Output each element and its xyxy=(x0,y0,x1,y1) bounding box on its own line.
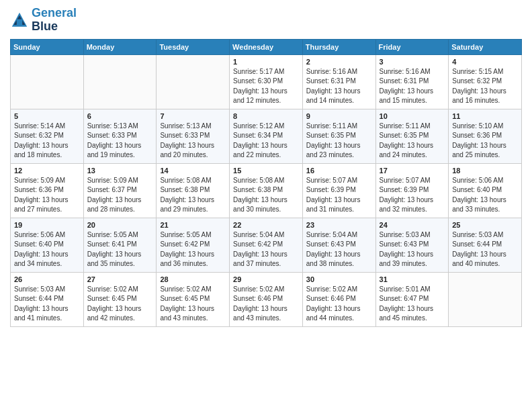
calendar-cell: 23Sunrise: 5:04 AMSunset: 6:43 PMDayligh… xyxy=(302,218,375,272)
day-number: 28 xyxy=(160,275,226,283)
day-number: 26 xyxy=(14,275,80,283)
day-info: Sunrise: 5:16 AMSunset: 6:31 PMDaylight:… xyxy=(306,67,372,106)
day-info: Sunrise: 5:10 AMSunset: 6:36 PMDaylight:… xyxy=(452,122,518,161)
day-info: Sunrise: 5:08 AMSunset: 6:38 PMDaylight:… xyxy=(233,176,299,215)
calendar-cell xyxy=(11,54,84,109)
weekday-header-row: SundayMondayTuesdayWednesdayThursdayFrid… xyxy=(11,39,522,54)
day-info: Sunrise: 5:03 AMSunset: 6:43 PMDaylight:… xyxy=(380,230,445,269)
calendar-cell: 20Sunrise: 5:05 AMSunset: 6:41 PMDayligh… xyxy=(83,218,157,272)
calendar-week-row: 19Sunrise: 5:06 AMSunset: 6:40 PMDayligh… xyxy=(11,218,522,272)
day-number: 13 xyxy=(87,167,153,175)
day-info: Sunrise: 5:11 AMSunset: 6:35 PMDaylight:… xyxy=(306,122,372,161)
day-number: 23 xyxy=(306,221,372,229)
day-number: 9 xyxy=(306,112,372,120)
day-info: Sunrise: 5:12 AMSunset: 6:34 PMDaylight:… xyxy=(233,122,299,161)
day-info: Sunrise: 5:03 AMSunset: 6:44 PMDaylight:… xyxy=(452,230,518,269)
calendar-week-row: 12Sunrise: 5:09 AMSunset: 6:36 PMDayligh… xyxy=(11,163,522,218)
day-info: Sunrise: 5:09 AMSunset: 6:36 PMDaylight:… xyxy=(14,176,80,215)
day-info: Sunrise: 5:13 AMSunset: 6:33 PMDaylight:… xyxy=(87,122,153,161)
day-number: 10 xyxy=(380,112,445,120)
day-number: 7 xyxy=(160,112,226,120)
calendar-cell: 12Sunrise: 5:09 AMSunset: 6:36 PMDayligh… xyxy=(11,163,84,218)
day-info: Sunrise: 5:04 AMSunset: 6:43 PMDaylight:… xyxy=(306,230,372,269)
day-info: Sunrise: 5:08 AMSunset: 6:38 PMDaylight:… xyxy=(160,176,226,215)
calendar-cell: 26Sunrise: 5:03 AMSunset: 6:44 PMDayligh… xyxy=(11,272,84,326)
page-header: General Blue xyxy=(10,7,522,34)
day-number: 18 xyxy=(452,167,518,175)
day-info: Sunrise: 5:09 AMSunset: 6:37 PMDaylight:… xyxy=(87,176,153,215)
day-info: Sunrise: 5:16 AMSunset: 6:31 PMDaylight:… xyxy=(380,67,445,106)
day-number: 31 xyxy=(380,275,445,283)
calendar-table: SundayMondayTuesdayWednesdayThursdayFrid… xyxy=(10,39,522,327)
day-number: 4 xyxy=(452,58,518,66)
calendar-cell: 25Sunrise: 5:03 AMSunset: 6:44 PMDayligh… xyxy=(449,218,522,272)
day-info: Sunrise: 5:13 AMSunset: 6:33 PMDaylight:… xyxy=(160,122,226,161)
logo-icon xyxy=(10,11,29,30)
day-number: 1 xyxy=(233,58,299,66)
weekday-header-monday: Monday xyxy=(83,39,157,54)
calendar-cell: 4Sunrise: 5:15 AMSunset: 6:32 PMDaylight… xyxy=(449,54,522,109)
calendar-cell: 14Sunrise: 5:08 AMSunset: 6:38 PMDayligh… xyxy=(157,163,230,218)
calendar-cell: 3Sunrise: 5:16 AMSunset: 6:31 PMDaylight… xyxy=(375,54,449,109)
day-info: Sunrise: 5:17 AMSunset: 6:30 PMDaylight:… xyxy=(233,67,299,106)
calendar-cell: 9Sunrise: 5:11 AMSunset: 6:35 PMDaylight… xyxy=(302,109,375,163)
day-info: Sunrise: 5:05 AMSunset: 6:41 PMDaylight:… xyxy=(87,230,153,269)
day-info: Sunrise: 5:02 AMSunset: 6:45 PMDaylight:… xyxy=(160,285,226,324)
weekday-header-wednesday: Wednesday xyxy=(230,39,303,54)
day-info: Sunrise: 5:02 AMSunset: 6:46 PMDaylight:… xyxy=(306,285,372,324)
calendar-cell: 29Sunrise: 5:02 AMSunset: 6:46 PMDayligh… xyxy=(230,272,303,326)
day-info: Sunrise: 5:15 AMSunset: 6:32 PMDaylight:… xyxy=(452,67,518,106)
day-number: 15 xyxy=(233,167,299,175)
day-number: 8 xyxy=(233,112,299,120)
day-number: 16 xyxy=(306,167,372,175)
calendar-cell: 24Sunrise: 5:03 AMSunset: 6:43 PMDayligh… xyxy=(375,218,449,272)
calendar-cell: 27Sunrise: 5:02 AMSunset: 6:45 PMDayligh… xyxy=(83,272,157,326)
calendar-week-row: 5Sunrise: 5:14 AMSunset: 6:32 PMDaylight… xyxy=(11,109,522,163)
weekday-header-friday: Friday xyxy=(375,39,449,54)
logo: General Blue xyxy=(10,7,77,34)
day-info: Sunrise: 5:06 AMSunset: 6:40 PMDaylight:… xyxy=(14,230,80,269)
calendar-cell xyxy=(449,272,522,326)
day-number: 2 xyxy=(306,58,372,66)
calendar-cell: 1Sunrise: 5:17 AMSunset: 6:30 PMDaylight… xyxy=(230,54,303,109)
calendar-cell: 7Sunrise: 5:13 AMSunset: 6:33 PMDaylight… xyxy=(157,109,230,163)
weekday-header-thursday: Thursday xyxy=(302,39,375,54)
weekday-header-saturday: Saturday xyxy=(449,39,522,54)
svg-rect-2 xyxy=(17,19,22,24)
logo-text: General Blue xyxy=(32,7,77,34)
day-info: Sunrise: 5:02 AMSunset: 6:45 PMDaylight:… xyxy=(87,285,153,324)
calendar-cell: 13Sunrise: 5:09 AMSunset: 6:37 PMDayligh… xyxy=(83,163,157,218)
calendar-cell xyxy=(157,54,230,109)
day-number: 24 xyxy=(380,221,445,229)
calendar-week-row: 1Sunrise: 5:17 AMSunset: 6:30 PMDaylight… xyxy=(11,54,522,109)
weekday-header-sunday: Sunday xyxy=(11,39,84,54)
day-info: Sunrise: 5:01 AMSunset: 6:47 PMDaylight:… xyxy=(380,285,445,324)
calendar-cell: 8Sunrise: 5:12 AMSunset: 6:34 PMDaylight… xyxy=(230,109,303,163)
calendar-week-row: 26Sunrise: 5:03 AMSunset: 6:44 PMDayligh… xyxy=(11,272,522,326)
calendar-cell: 16Sunrise: 5:07 AMSunset: 6:39 PMDayligh… xyxy=(302,163,375,218)
calendar-cell: 6Sunrise: 5:13 AMSunset: 6:33 PMDaylight… xyxy=(83,109,157,163)
day-info: Sunrise: 5:07 AMSunset: 6:39 PMDaylight:… xyxy=(306,176,372,215)
day-number: 12 xyxy=(14,167,80,175)
calendar-cell: 11Sunrise: 5:10 AMSunset: 6:36 PMDayligh… xyxy=(449,109,522,163)
day-number: 25 xyxy=(452,221,518,229)
day-number: 6 xyxy=(87,112,153,120)
day-number: 11 xyxy=(452,112,518,120)
calendar-cell: 2Sunrise: 5:16 AMSunset: 6:31 PMDaylight… xyxy=(302,54,375,109)
calendar-cell: 28Sunrise: 5:02 AMSunset: 6:45 PMDayligh… xyxy=(157,272,230,326)
calendar-cell: 30Sunrise: 5:02 AMSunset: 6:46 PMDayligh… xyxy=(302,272,375,326)
day-number: 14 xyxy=(160,167,226,175)
day-number: 5 xyxy=(14,112,80,120)
day-info: Sunrise: 5:14 AMSunset: 6:32 PMDaylight:… xyxy=(14,122,80,161)
day-number: 29 xyxy=(233,275,299,283)
calendar-cell: 21Sunrise: 5:05 AMSunset: 6:42 PMDayligh… xyxy=(157,218,230,272)
day-number: 19 xyxy=(14,221,80,229)
calendar-cell: 17Sunrise: 5:07 AMSunset: 6:39 PMDayligh… xyxy=(375,163,449,218)
day-info: Sunrise: 5:02 AMSunset: 6:46 PMDaylight:… xyxy=(233,285,299,324)
day-number: 20 xyxy=(87,221,153,229)
day-info: Sunrise: 5:05 AMSunset: 6:42 PMDaylight:… xyxy=(160,230,226,269)
day-info: Sunrise: 5:11 AMSunset: 6:35 PMDaylight:… xyxy=(380,122,445,161)
calendar-cell: 22Sunrise: 5:04 AMSunset: 6:42 PMDayligh… xyxy=(230,218,303,272)
calendar-cell: 18Sunrise: 5:06 AMSunset: 6:40 PMDayligh… xyxy=(449,163,522,218)
day-info: Sunrise: 5:06 AMSunset: 6:40 PMDaylight:… xyxy=(452,176,518,215)
